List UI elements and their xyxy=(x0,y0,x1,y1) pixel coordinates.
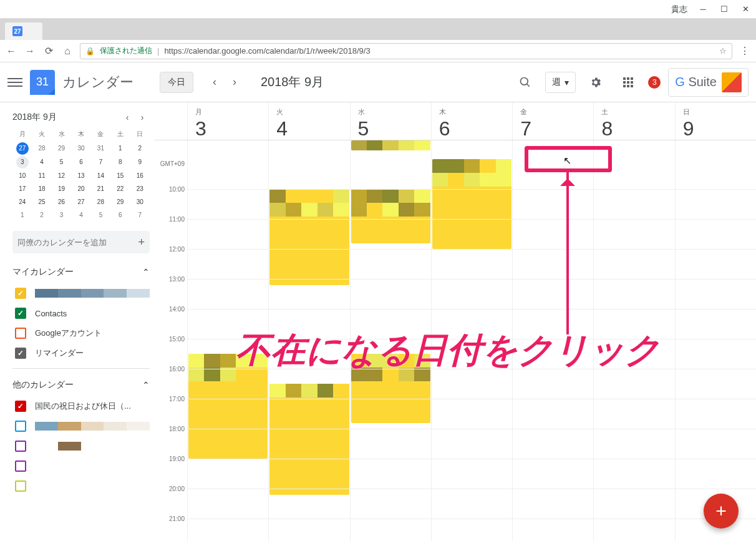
mini-day[interactable]: 30 xyxy=(130,196,150,208)
mini-day[interactable]: 19 xyxy=(52,183,71,195)
calendar-event[interactable] xyxy=(432,159,511,249)
day-header[interactable]: 火4 xyxy=(268,102,349,140)
calendar-checkbox[interactable] xyxy=(15,441,26,452)
apps-icon[interactable] xyxy=(616,70,641,95)
day-header[interactable]: 土8 xyxy=(593,102,674,140)
mini-day[interactable]: 18 xyxy=(32,183,51,195)
view-selector[interactable]: 週▾ xyxy=(545,72,576,93)
window-maximize[interactable]: ☐ xyxy=(719,4,730,15)
address-bar[interactable]: 🔒 保護された通信 | https://calendar.google.com/… xyxy=(80,43,732,59)
today-button[interactable]: 今日 xyxy=(160,72,193,93)
day-header[interactable]: 月3 xyxy=(187,102,268,140)
mini-day[interactable]: 31 xyxy=(91,142,110,155)
create-event-fab[interactable]: + xyxy=(704,494,739,529)
calendar-item[interactable] xyxy=(12,456,150,476)
mini-day[interactable]: 17 xyxy=(12,183,32,195)
mini-day[interactable]: 6 xyxy=(110,209,130,221)
star-icon[interactable]: ☆ xyxy=(719,46,727,56)
settings-icon[interactable] xyxy=(583,70,608,95)
mini-day[interactable]: 13 xyxy=(71,170,90,182)
reload-button[interactable]: ⟳ xyxy=(42,45,55,57)
calendar-event[interactable] xyxy=(269,189,349,285)
calendar-checkbox[interactable] xyxy=(15,328,26,339)
forward-button[interactable]: → xyxy=(24,45,36,57)
avatar[interactable] xyxy=(722,72,742,92)
browser-tab[interactable]: 27 xyxy=(5,22,42,40)
calendar-item[interactable]: リマインダー xyxy=(12,343,150,363)
mini-day[interactable]: 7 xyxy=(91,156,110,168)
mini-day[interactable]: 27 xyxy=(16,142,29,155)
mini-day[interactable]: 29 xyxy=(110,196,130,208)
other-calendars-section[interactable]: 他のカレンダー ⌃ xyxy=(12,374,150,396)
allday-event[interactable] xyxy=(351,140,430,150)
mini-day[interactable]: 21 xyxy=(91,183,110,195)
mini-day[interactable]: 30 xyxy=(71,142,90,155)
my-calendars-section[interactable]: マイカレンダー ⌃ xyxy=(12,261,150,283)
mini-day[interactable]: 1 xyxy=(110,142,130,155)
calendar-event[interactable] xyxy=(188,429,268,459)
mini-day[interactable]: 16 xyxy=(130,170,150,182)
add-calendar-input[interactable]: + xyxy=(12,231,150,253)
calendar-item[interactable] xyxy=(12,283,150,303)
mini-day[interactable]: 23 xyxy=(130,183,150,195)
calendar-checkbox[interactable] xyxy=(15,421,26,432)
prev-week-button[interactable]: ‹ xyxy=(206,74,223,91)
calendar-checkbox[interactable] xyxy=(15,480,26,492)
day-header[interactable]: 日9 xyxy=(675,102,756,140)
calendar-checkbox[interactable] xyxy=(15,288,26,299)
search-icon[interactable] xyxy=(513,70,538,95)
day-header[interactable]: 金7 xyxy=(512,102,593,140)
window-minimize[interactable]: ─ xyxy=(697,4,709,15)
mini-day[interactable]: 22 xyxy=(110,183,130,195)
mini-day[interactable]: 28 xyxy=(32,142,51,155)
next-week-button[interactable]: › xyxy=(226,74,243,91)
mini-day[interactable]: 29 xyxy=(52,142,71,155)
mini-day[interactable]: 4 xyxy=(32,156,51,168)
mini-day[interactable]: 6 xyxy=(71,156,90,168)
allday-cell[interactable] xyxy=(675,140,756,159)
mini-day[interactable]: 28 xyxy=(91,196,110,208)
notifications-badge[interactable]: 3 xyxy=(648,76,661,89)
mini-day[interactable]: 26 xyxy=(52,196,71,208)
day-header[interactable]: 水5 xyxy=(350,102,431,140)
mini-day[interactable]: 20 xyxy=(71,183,90,195)
gsuite-button[interactable]: G Suite xyxy=(668,68,749,97)
mini-day[interactable]: 8 xyxy=(110,156,130,168)
calendar-checkbox[interactable] xyxy=(15,401,26,412)
plus-icon[interactable]: + xyxy=(138,236,145,249)
mini-day[interactable]: 25 xyxy=(32,196,51,208)
mini-day[interactable]: 27 xyxy=(71,196,90,208)
calendar-item[interactable]: Contacts xyxy=(12,303,150,323)
mini-day[interactable]: 5 xyxy=(91,209,110,221)
calendar-event[interactable] xyxy=(351,189,430,243)
allday-cell[interactable] xyxy=(431,140,512,159)
mini-day[interactable]: 3 xyxy=(16,156,29,168)
mini-day[interactable]: 10 xyxy=(12,170,32,182)
mini-next-button[interactable]: › xyxy=(135,112,150,122)
calendar-event[interactable] xyxy=(269,384,349,495)
day-column[interactable] xyxy=(675,159,756,541)
add-calendar-field[interactable] xyxy=(17,238,138,247)
allday-cell[interactable] xyxy=(350,140,431,159)
mini-day[interactable]: 15 xyxy=(110,170,130,182)
day-header[interactable]: 木6 xyxy=(431,102,512,140)
browser-menu-icon[interactable]: ⋮ xyxy=(739,45,751,57)
mini-day[interactable]: 1 xyxy=(12,209,32,221)
mini-day[interactable]: 4 xyxy=(71,209,90,221)
mini-day[interactable]: 2 xyxy=(32,209,51,221)
allday-row[interactable] xyxy=(155,140,756,159)
calendar-checkbox[interactable] xyxy=(15,348,26,359)
mini-day[interactable]: 11 xyxy=(32,170,51,182)
mini-day[interactable]: 24 xyxy=(12,196,32,208)
calendar-item[interactable] xyxy=(12,436,150,456)
calendar-item[interactable] xyxy=(12,476,150,496)
mini-prev-button[interactable]: ‹ xyxy=(120,112,135,122)
calendar-item[interactable] xyxy=(12,416,150,436)
mini-day[interactable]: 3 xyxy=(52,209,71,221)
home-button[interactable]: ⌂ xyxy=(61,45,74,57)
calendar-checkbox[interactable] xyxy=(15,308,26,319)
mini-day[interactable]: 2 xyxy=(130,142,150,155)
calendar-item[interactable]: 国民の祝日および休日（... xyxy=(12,396,150,416)
back-button[interactable]: ← xyxy=(5,45,17,57)
menu-button[interactable] xyxy=(7,75,22,90)
